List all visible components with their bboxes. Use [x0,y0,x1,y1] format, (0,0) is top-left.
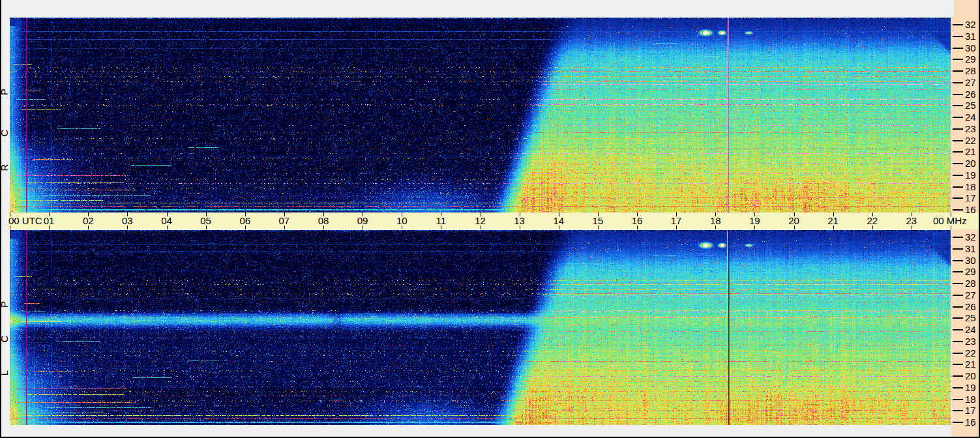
rcp-spectrogram [10,18,951,212]
freq-tick-label: 16 [965,205,980,214]
freq-tick-label: 25 [965,313,980,323]
time-tick-label: 14 [542,216,575,226]
freq-tick-label: 26 [965,89,980,99]
freq-tick-mark [953,248,963,250]
freq-tick-label: 20 [965,158,980,168]
time-tick-label: 22 [856,216,889,226]
time-tick-label: 13 [503,216,536,226]
freq-tick-label: 19 [965,170,980,180]
freq-tick-mark [953,128,963,130]
freq-tick-label: 29 [965,267,980,276]
time-tick-label: 04 [151,216,183,226]
freq-tick-label: 30 [965,256,980,265]
freq-tick-mark [953,163,963,164]
polarization-label-letter: L [0,368,10,378]
freq-tick-label: 21 [965,147,980,156]
freq-tick-mark [953,140,963,141]
time-tick-label: 03 [111,216,143,226]
polarization-label-letter: C [0,334,10,344]
freq-tick-mark [953,117,963,118]
freq-tick-mark [953,387,963,388]
freq-tick-mark [953,260,963,261]
polarization-label-letter: P [0,299,10,310]
freq-tick-mark [953,209,963,211]
lcp-spectrogram [10,230,951,425]
time-tick-label: 11 [424,216,457,226]
freq-tick-label: 27 [965,290,980,300]
time-tick-label: 19 [738,216,771,226]
polarization-label-letter: C [0,128,10,138]
freq-tick-mark [953,410,963,411]
freq-tick-mark [953,341,963,342]
freq-tick-label: 32 [965,232,980,242]
freq-tick-mark [953,82,963,83]
spectrograph-window: AJ4CO Observatory 30 Jan 2023 - DPS on T… [0,0,980,438]
freq-tick-label: 31 [965,244,980,254]
freq-tick-label: 32 [965,20,980,29]
time-tick-label: 15 [582,216,614,226]
freq-tick-label: 17 [965,193,980,203]
time-tick-label: 08 [307,216,340,226]
freq-tick-mark [953,94,963,95]
freq-tick-label: 24 [965,325,980,334]
freq-tick-mark [953,364,963,365]
freq-tick-mark [953,375,963,377]
freq-tick-mark [953,197,963,199]
freq-tick-mark [953,186,963,188]
freq-tick-label: 20 [965,371,980,381]
freq-tick-label: 24 [965,112,980,122]
freq-tick-mark [953,295,963,296]
freq-tick-mark [953,353,963,354]
time-tick-label: 00 MHz [933,216,980,226]
freq-tick-label: 17 [965,405,980,415]
time-tick-label: 07 [268,216,301,226]
freq-tick-mark [953,317,963,319]
freq-tick-mark [953,329,963,330]
freq-tick-label: 21 [965,359,980,369]
freq-tick-mark [953,399,963,400]
freq-tick-mark [953,151,963,153]
time-tick-label: 10 [385,216,418,226]
freq-tick-label: 22 [965,136,980,145]
freq-tick-mark [953,36,963,37]
time-tick-label: 16 [621,216,653,226]
time-tick-label: 05 [190,216,222,226]
freq-tick-label: 23 [965,124,980,134]
freq-tick-mark [953,70,963,72]
freq-tick-label: 28 [965,278,980,288]
freq-tick-mark [953,306,963,308]
freq-tick-label: 31 [965,31,980,41]
title-bar: AJ4CO Observatory 30 Jan 2023 - DPS on T… [1,0,954,17]
freq-tick-label: 23 [965,336,980,346]
time-tick-label: 01 [33,216,65,226]
freq-tick-mark [953,59,963,60]
time-tick-label: 17 [660,216,692,226]
freq-tick-mark [953,422,963,423]
freq-tick-label: 19 [965,383,980,392]
freq-tick-mark [953,283,963,284]
freq-tick-label: 27 [965,78,980,87]
time-tick-label: 18 [699,216,732,226]
freq-tick-label: 22 [965,348,980,358]
time-tick-label: 09 [346,216,379,226]
freq-tick-mark [953,271,963,272]
time-tick-label: 21 [817,216,850,226]
freq-tick-mark [953,175,963,176]
polarization-label-letter: R [0,162,10,173]
freq-tick-label: 16 [965,417,980,427]
freq-tick-mark [953,237,963,238]
time-tick-label: 23 [895,216,928,226]
freq-tick-label: 25 [965,100,980,110]
freq-tick-label: 18 [965,182,980,192]
freq-tick-mark [953,105,963,106]
polarization-label-letter: P [0,87,10,97]
freq-tick-label: 28 [965,66,980,76]
freq-tick-label: 18 [965,394,980,404]
time-tick-label: 06 [229,216,261,226]
freq-tick-label: 30 [965,43,980,53]
freq-tick-mark [953,48,963,49]
freq-tick-mark [953,24,963,25]
time-tick-label: 02 [72,216,104,226]
time-tick-label: 20 [778,216,810,226]
freq-tick-label: 29 [965,54,980,64]
